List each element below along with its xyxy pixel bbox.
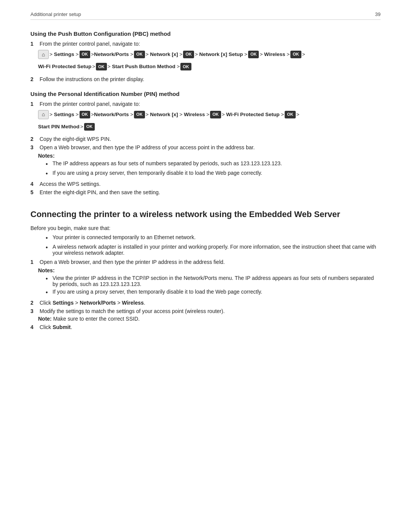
ews-main-title: Connecting the printer to a wireless net… xyxy=(30,209,381,220)
pbc-step1-number: 1 xyxy=(30,41,38,47)
pbc-step2: 2 Follow the instructions on the printer… xyxy=(30,76,381,82)
ok-button: OK xyxy=(248,51,259,58)
nav-text: > xyxy=(302,50,305,59)
ok-button: OK xyxy=(290,51,301,58)
nav-text: > Start Push Button Method > xyxy=(108,62,180,71)
nav-text: > Settings > xyxy=(49,110,79,119)
ews-note-1-text: View the printer IP address in the TCP/I… xyxy=(53,275,381,287)
nav-text: > Network [x] Setup > xyxy=(195,50,247,59)
ews-intro: Before you begin, make sure that: xyxy=(30,225,381,231)
pin-step5: 5 Enter the eight-digit PIN, and then sa… xyxy=(30,189,381,195)
bullet-icon: • xyxy=(46,289,51,297)
ok-button: OK xyxy=(134,51,145,58)
ok-button: OK xyxy=(183,51,194,58)
ews-notes-label: Notes: xyxy=(38,267,381,273)
pin-note-2-text: If you are using a proxy server, then te… xyxy=(53,170,262,176)
ews-step4-text: Click Submit. xyxy=(40,324,381,330)
ok-button: OK xyxy=(84,123,95,131)
header-bar: Additional printer setup 39 xyxy=(30,11,381,20)
ok-button: OK xyxy=(134,111,145,118)
bullet-icon: • xyxy=(46,160,51,168)
ews-step1: 1 Open a Web browser, and then type the … xyxy=(30,259,381,265)
ok-button: OK xyxy=(96,63,107,70)
pin-nav-path1: ⌂ > Settings > OK >Network/Ports > OK > … xyxy=(38,110,381,119)
pin-step5-number: 5 xyxy=(30,189,38,195)
pin-notes-list: • The IP address appears as four sets of… xyxy=(46,160,381,178)
pin-notes-label: Notes: xyxy=(38,153,381,159)
nav-text: > Network [x] > xyxy=(146,50,183,59)
page-container: Additional printer setup 39 Using the Pu… xyxy=(0,0,411,532)
bullet-icon: • xyxy=(46,244,51,252)
bullet-icon: • xyxy=(46,234,51,242)
nav-text: > Wireless > xyxy=(260,50,290,59)
ews-notes-list: • View the printer IP address in the TCP… xyxy=(46,275,381,297)
ok-button: OK xyxy=(80,111,91,118)
ews-section: Connecting the printer to a wireless net… xyxy=(30,209,381,330)
pin-step4-text: Access the WPS settings. xyxy=(40,181,381,187)
pin-step1-text: From the printer control panel, navigate… xyxy=(40,101,381,107)
pbc-step1-text: From the printer control panel, navigate… xyxy=(40,41,381,47)
home-icon: ⌂ xyxy=(38,110,49,119)
pbc-nav-path2: Wi-Fi Protected Setup > OK > Start Push … xyxy=(38,62,381,71)
ews-bullet-2: • A wireless network adapter is installe… xyxy=(46,244,381,256)
nav-text: >Network/Ports > xyxy=(91,110,133,119)
pin-step3-text: Open a Web browser, and then type the IP… xyxy=(40,144,381,150)
pbc-step1: 1 From the printer control panel, naviga… xyxy=(30,41,381,47)
ews-note-1: • View the printer IP address in the TCP… xyxy=(46,275,381,287)
pbc-section: Using the Push Button Configuration (PBC… xyxy=(30,30,381,82)
pin-step3: 3 Open a Web browser, and then type the … xyxy=(30,144,381,150)
ok-button: OK xyxy=(285,111,296,118)
pin-note-1-text: The IP address appears as four sets of n… xyxy=(53,160,282,166)
pin-step1-number: 1 xyxy=(30,101,38,107)
ews-note-2: • If you are using a proxy server, then … xyxy=(46,289,381,297)
header-left: Additional printer setup xyxy=(30,11,81,17)
pin-step2-number: 2 xyxy=(30,136,38,142)
nav-text: > Network [x] > Wireless > xyxy=(146,110,210,119)
start-pin-method-label: Start PIN Method xyxy=(38,122,80,131)
pin-step4-number: 4 xyxy=(30,181,38,187)
nav-text: Wi-Fi Protected Setup xyxy=(38,62,91,71)
pin-step1: 1 From the printer control panel, naviga… xyxy=(30,101,381,107)
ews-note-2-text: If you are using a proxy server, then te… xyxy=(53,289,262,295)
ews-step3: 3 Modify the settings to match the setti… xyxy=(30,308,381,314)
nav-text: > Settings > xyxy=(49,50,79,59)
pbc-nav-path1: ⌂ > Settings > OK >Network/Ports > OK > … xyxy=(38,50,381,59)
bullet-icon: • xyxy=(46,170,51,178)
ews-step3-note: Note: Make sure to enter the correct SSI… xyxy=(38,316,381,322)
ok-button: OK xyxy=(210,111,221,118)
nav-text: >Network/Ports > xyxy=(91,50,133,59)
ews-step3-text: Modify the settings to match the setting… xyxy=(40,308,381,314)
nav-text: > xyxy=(92,62,95,71)
ews-step1-text: Open a Web browser, and then type the pr… xyxy=(40,259,381,265)
pin-heading: Using the Personal Identification Number… xyxy=(30,91,381,97)
ews-step2-text: Click Settings > Network/Ports > Wireles… xyxy=(40,300,381,306)
ews-bullet-1-text: Your printer is connected temporarily to… xyxy=(53,234,196,240)
pbc-heading: Using the Push Button Configuration (PBC… xyxy=(30,30,381,37)
pin-step2: 2 Copy the eight-digit WPS PIN. xyxy=(30,136,381,142)
ews-bullet-1: • Your printer is connected temporarily … xyxy=(46,234,381,242)
pin-step4: 4 Access the WPS settings. xyxy=(30,181,381,187)
ok-button: OK xyxy=(80,51,91,58)
header-right: 39 xyxy=(375,11,381,17)
pbc-step2-text: Follow the instructions on the printer d… xyxy=(40,76,381,82)
ews-bullet-2-text: A wireless network adapter is installed … xyxy=(53,244,381,256)
ews-step3-number: 3 xyxy=(30,308,38,314)
nav-text: > Wi-Fi Protected Setup > xyxy=(222,110,284,119)
pin-nav-path2: Start PIN Method > OK xyxy=(38,122,381,131)
bullet-icon: • xyxy=(46,275,51,283)
pbc-step2-number: 2 xyxy=(30,76,38,82)
ews-bullets: • Your printer is connected temporarily … xyxy=(46,234,381,256)
home-icon: ⌂ xyxy=(38,50,49,59)
pin-step3-number: 3 xyxy=(30,144,38,150)
ews-step2-number: 2 xyxy=(30,300,38,306)
ews-step1-number: 1 xyxy=(30,259,38,265)
nav-text: > xyxy=(80,122,83,131)
pin-section: Using the Personal Identification Number… xyxy=(30,91,381,195)
ok-button: OK xyxy=(180,63,191,70)
nav-text: > xyxy=(296,110,299,119)
ews-step4: 4 Click Submit. xyxy=(30,324,381,330)
pin-step5-text: Enter the eight-digit PIN, and then save… xyxy=(40,189,381,195)
ews-step4-number: 4 xyxy=(30,324,38,330)
pin-note-2: • If you are using a proxy server, then … xyxy=(46,170,381,178)
pin-step2-text: Copy the eight-digit WPS PIN. xyxy=(40,136,381,142)
